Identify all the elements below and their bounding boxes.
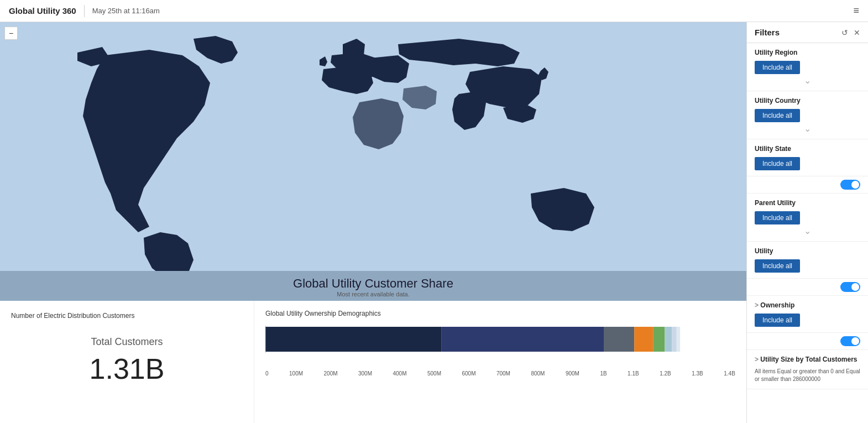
axis-label-900m: 900M [566, 370, 579, 377]
filter-group-utility: Utility Include all [747, 242, 868, 279]
filter-group-utility-state: Utility State Include all [747, 139, 868, 176]
filter-group-utility-country: Utility Country Include all ⌄ [747, 91, 868, 139]
svg-rect-3 [604, 327, 634, 352]
filter-label-utility-size[interactable]: Utility Size by Total Customers [755, 356, 860, 363]
axis-label-500m: 500M [427, 370, 441, 377]
toggle-row-ownership [747, 333, 868, 350]
toggle-utility[interactable] [840, 282, 860, 292]
svg-rect-1 [265, 327, 442, 352]
main-layout: − [0, 22, 868, 423]
filter-label-utility: Utility [755, 247, 860, 255]
total-customers-label: Total Customers [11, 336, 243, 348]
toggle-row-utility [747, 279, 868, 296]
axis-label-0: 0 [265, 370, 269, 377]
toggle-ownership[interactable] [840, 336, 860, 346]
filter-label-utility-state: Utility State [755, 145, 860, 153]
include-all-ownership[interactable]: Include all [755, 314, 800, 327]
axis-label-14b: 1.4B [724, 370, 735, 377]
filters-header: Filters ↺ ✕ [747, 22, 868, 43]
filter-label-ownership[interactable]: Ownership [755, 301, 860, 309]
dropdown-arrow-utility-region[interactable]: ⌄ [755, 76, 860, 85]
reset-icon[interactable]: ↺ [841, 28, 848, 37]
axis-label-600m: 600M [462, 370, 475, 377]
svg-rect-7 [672, 327, 677, 352]
svg-rect-2 [442, 327, 604, 352]
include-all-utility-country[interactable]: Include all [755, 109, 800, 122]
axis-label-200m: 200M [324, 370, 338, 377]
filter-label-utility-country: Utility Country [755, 97, 860, 105]
dashboard-section: Global Utility Customer Share Most recen… [0, 271, 746, 423]
axis-label-100m: 100M [289, 370, 303, 377]
axis-labels: 0 100M 200M 300M 400M 500M 600M 700M 800… [265, 370, 735, 377]
dropdown-arrow-utility-country[interactable]: ⌄ [755, 124, 860, 133]
kpi-panel: Number of Electric Distribution Customer… [0, 301, 254, 423]
filter-group-utility-region: Utility Region Include all ⌄ [747, 43, 868, 91]
svg-rect-5 [653, 327, 665, 352]
dropdown-arrow-parent-utility[interactable]: ⌄ [755, 227, 860, 236]
axis-label-300m: 300M [358, 370, 372, 377]
filters-icons: ↺ ✕ [841, 28, 860, 37]
include-all-utility-state[interactable]: Include all [755, 157, 800, 170]
header-date: May 25th at 11:16am [92, 7, 160, 15]
filters-title: Filters [755, 28, 780, 37]
filter-label-parent-utility: Parent Utility [755, 199, 860, 207]
dashboard-title: Global Utility Customer Share [0, 276, 746, 291]
svg-rect-4 [634, 327, 653, 352]
world-map [0, 22, 746, 271]
include-all-utility-region[interactable]: Include all [755, 61, 800, 74]
include-all-parent-utility[interactable]: Include all [755, 211, 800, 224]
app-title: Global Utility 360 [9, 6, 76, 15]
axis-label-11b: 1.1B [628, 370, 639, 377]
svg-rect-8 [677, 327, 680, 352]
toggle-utility-state[interactable] [840, 180, 860, 190]
dashboard-header: Global Utility Customer Share Most recen… [0, 271, 746, 301]
menu-icon[interactable]: ≡ [853, 5, 859, 17]
ownership-bar-chart [265, 324, 735, 368]
chart-title: Global Utility Ownership Demographics [265, 310, 735, 317]
axis-label-700m: 700M [496, 370, 510, 377]
include-all-utility[interactable]: Include all [755, 259, 800, 273]
content-area: − [0, 22, 746, 423]
filter-group-ownership: Ownership Include all [747, 296, 868, 333]
kpi-label: Number of Electric Distribution Customer… [11, 312, 243, 320]
header-divider [84, 5, 85, 17]
total-customers-value: 1.31B [11, 352, 243, 385]
filter-size-text: All items Equal or greater than 0 and Eq… [755, 368, 860, 383]
svg-rect-6 [665, 327, 672, 352]
filters-sidebar: Filters ↺ ✕ Utility Region Include all ⌄… [746, 22, 868, 423]
collapse-button[interactable]: − [4, 27, 18, 40]
axis-label-12b: 1.2B [660, 370, 671, 377]
axis-label-400m: 400M [393, 370, 406, 377]
app-header: Global Utility 360 May 25th at 11:16am ≡ [0, 0, 868, 22]
filter-group-utility-size: Utility Size by Total Customers All item… [747, 350, 868, 389]
axis-label-13b: 1.3B [692, 370, 703, 377]
filter-label-utility-region: Utility Region [755, 49, 860, 56]
dashboard-subtitle: Most recent available data. [0, 291, 746, 297]
dashboard-body: Number of Electric Distribution Customer… [0, 301, 746, 423]
close-icon[interactable]: ✕ [854, 28, 860, 37]
axis-label-800m: 800M [531, 370, 545, 377]
map-section: − [0, 22, 746, 271]
toggle-row-utility-state [747, 176, 868, 194]
axis-label-1b: 1B [600, 370, 606, 377]
filter-group-parent-utility: Parent Utility Include all ⌄ [747, 194, 868, 242]
chart-panel: Global Utility Ownership Demographics [254, 301, 746, 423]
